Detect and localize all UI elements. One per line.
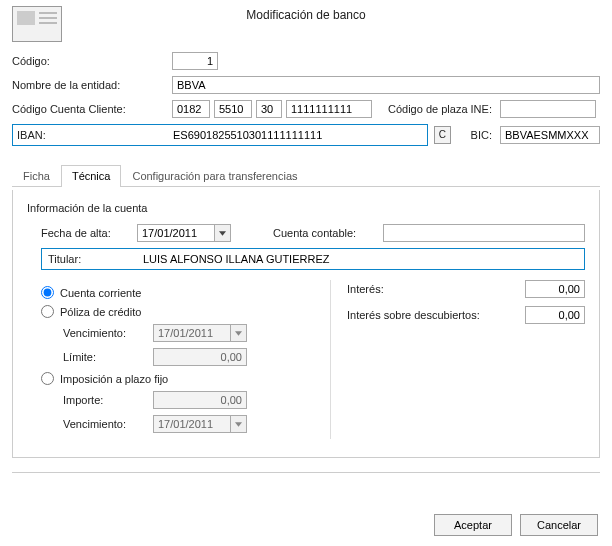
- nombre-entidad-label: Nombre de la entidad:: [12, 79, 172, 91]
- bic-input[interactable]: [500, 126, 600, 144]
- titular-label: Titular:: [44, 253, 129, 265]
- fecha-alta-input[interactable]: [137, 224, 215, 242]
- cuenta-corriente-label: Cuenta corriente: [60, 287, 141, 299]
- ccc-account-input[interactable]: [286, 100, 372, 118]
- chevron-down-icon: [235, 422, 242, 427]
- cuenta-corriente-radio[interactable]: [41, 286, 54, 299]
- bic-label: BIC:: [471, 129, 492, 141]
- iban-highlight: IBAN:: [12, 124, 428, 146]
- ccc-label: Código Cuenta Cliente:: [12, 103, 172, 115]
- codigo-input[interactable]: [172, 52, 218, 70]
- iban-calc-button[interactable]: C: [434, 126, 451, 144]
- imposicion-vencimiento-label: Vencimiento:: [63, 418, 153, 430]
- poliza-credito-radio[interactable]: [41, 305, 54, 318]
- plaza-ine-label: Código de plaza INE:: [388, 103, 492, 115]
- interes-input[interactable]: [525, 280, 585, 298]
- imposicion-vencimiento-input[interactable]: [153, 415, 231, 433]
- tab-config-transferencias[interactable]: Configuración para transferencias: [121, 165, 308, 187]
- titular-highlight: Titular:: [41, 248, 585, 270]
- tab-ficha[interactable]: Ficha: [12, 165, 61, 187]
- panel-bottom-border: [12, 472, 600, 473]
- cuenta-contable-input[interactable]: [383, 224, 585, 242]
- iban-label: IBAN:: [17, 129, 169, 141]
- poliza-vencimiento-dropdown-button[interactable]: [231, 324, 247, 342]
- imposicion-radio[interactable]: [41, 372, 54, 385]
- chevron-down-icon: [219, 231, 226, 236]
- ccc-branch-input[interactable]: [214, 100, 252, 118]
- info-cuenta-title: Información de la cuenta: [27, 202, 585, 214]
- imposicion-vencimiento-dropdown-button[interactable]: [231, 415, 247, 433]
- chevron-down-icon: [235, 331, 242, 336]
- interes-label: Interés:: [347, 283, 384, 295]
- tecnica-panel: Información de la cuenta Fecha de alta: …: [12, 190, 600, 458]
- nombre-entidad-input[interactable]: [172, 76, 600, 94]
- cancel-button[interactable]: Cancelar: [520, 514, 598, 536]
- imposicion-label: Imposición a plazo fijo: [60, 373, 168, 385]
- cuenta-contable-label: Cuenta contable:: [273, 227, 383, 239]
- poliza-credito-label: Póliza de crédito: [60, 306, 141, 318]
- plaza-ine-input[interactable]: [500, 100, 596, 118]
- interes-descubiertos-label: Interés sobre descubiertos:: [347, 309, 480, 321]
- interes-descubiertos-input[interactable]: [525, 306, 585, 324]
- poliza-vencimiento-input[interactable]: [153, 324, 231, 342]
- poliza-limite-input[interactable]: [153, 348, 247, 366]
- imposicion-importe-input[interactable]: [153, 391, 247, 409]
- fecha-alta-label: Fecha de alta:: [41, 227, 137, 239]
- poliza-limite-label: Límite:: [63, 351, 153, 363]
- ccc-bank-input[interactable]: [172, 100, 210, 118]
- iban-input[interactable]: [169, 127, 423, 143]
- window-title: Modificación de banco: [0, 8, 612, 22]
- poliza-vencimiento-label: Vencimiento:: [63, 327, 153, 339]
- ccc-dc-input[interactable]: [256, 100, 282, 118]
- tab-tecnica[interactable]: Técnica: [61, 165, 122, 187]
- accept-button[interactable]: Aceptar: [434, 514, 512, 536]
- fecha-alta-dropdown-button[interactable]: [215, 224, 231, 242]
- tab-bar: Ficha Técnica Configuración para transfe…: [12, 165, 600, 187]
- imposicion-importe-label: Importe:: [63, 394, 153, 406]
- codigo-label: Código:: [12, 55, 172, 67]
- titular-input[interactable]: [139, 251, 582, 267]
